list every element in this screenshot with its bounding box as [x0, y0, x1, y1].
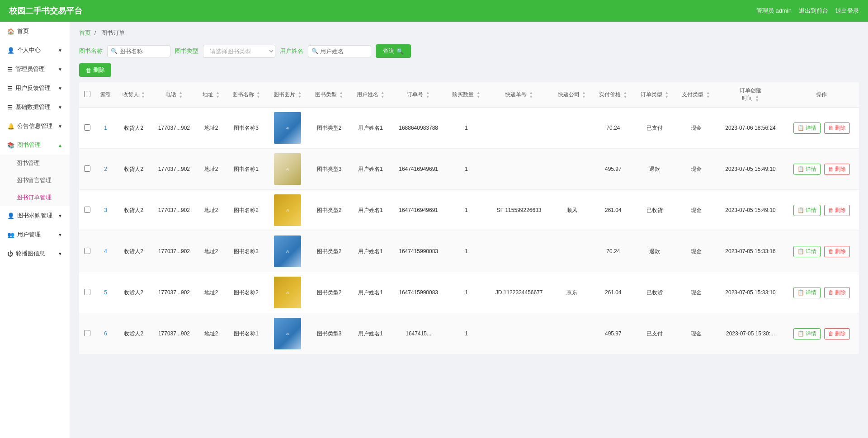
th-receiver: 收货人 ▲▼	[116, 82, 151, 108]
detail-button-1[interactable]: 📋 详情	[793, 164, 821, 175]
delete-button-1[interactable]: 🗑 删除	[824, 164, 850, 175]
btn-frontend[interactable]: 退出到前台	[799, 7, 828, 15]
th-username: 用户姓名 ▲▼	[350, 82, 392, 108]
cell-book-img: Ai	[267, 231, 309, 272]
cell-book-name: 图书名称2	[226, 190, 267, 231]
sidebar-item-admin-mgmt[interactable]: ☰ 管理员管理 ▼	[0, 60, 70, 79]
delete-button-2[interactable]: 🗑 删除	[824, 205, 850, 216]
sidebar-item-feedback[interactable]: ☰ 用户反馈管理 ▼	[0, 79, 70, 98]
sidebar-item-notice[interactable]: 🔔 公告信息管理 ▼	[0, 117, 70, 136]
row-checkbox-0[interactable]	[84, 124, 90, 131]
row-checkbox-4[interactable]	[84, 289, 90, 295]
table-row: 6 收货人2 177037...902 地址2 图书名称1 Ai 图书类型3 用…	[79, 313, 859, 354]
detail-button-5[interactable]: 📋 详情	[793, 328, 821, 339]
cell-order-no: 1647416949691	[391, 149, 445, 190]
btn-logout[interactable]: 退出登录	[835, 7, 859, 15]
index-link-5[interactable]: 6	[104, 330, 107, 337]
delete-button-5[interactable]: 🗑 删除	[824, 328, 850, 339]
index-link-2[interactable]: 3	[104, 207, 107, 213]
admin-icon: ☰	[7, 66, 13, 73]
index-link-1[interactable]: 2	[104, 166, 107, 172]
cell-checkbox[interactable]	[79, 272, 95, 313]
table-row: 4 收货人2 177037...902 地址2 图书名称3 Ai 图书类型2 用…	[79, 231, 859, 272]
cell-receiver: 收货人2	[116, 190, 151, 231]
book-mgmt-icon: 📚	[7, 142, 14, 149]
cell-express-co	[551, 231, 593, 272]
detail-button-3[interactable]: 📋 详情	[793, 246, 821, 257]
sidebar-item-feedback-label: 用户反馈管理	[15, 84, 51, 92]
cell-address: 地址2	[197, 231, 226, 272]
sidebar-item-book-purchase[interactable]: 👤 图书求购管理 ▼	[0, 206, 70, 225]
cell-checkbox[interactable]	[79, 231, 95, 272]
cell-express-co	[551, 313, 593, 354]
cell-address: 地址2	[197, 190, 226, 231]
filter-book-type-label: 图书类型	[175, 47, 198, 55]
table-body: 1 收货人2 177037...902 地址2 图书名称3 Ai 图书类型2 用…	[79, 108, 859, 354]
cell-pay-type: 现金	[675, 108, 717, 149]
row-checkbox-2[interactable]	[84, 207, 90, 213]
sidebar-item-user-mgmt[interactable]: 👥 用户管理 ▼	[0, 225, 70, 244]
cell-create-time: 2023-07-05 15:33:16	[717, 231, 784, 272]
th-order-no: 订单号 ▲▼	[391, 82, 445, 108]
batch-delete-button[interactable]: 🗑 删除	[79, 63, 111, 77]
cell-pay-type: 现金	[675, 313, 717, 354]
cell-action: 📋 详情 🗑 删除	[784, 108, 859, 149]
detail-icon: 📋	[797, 289, 804, 296]
cell-express-co	[551, 108, 593, 149]
search-button[interactable]: 查询 🔍	[376, 44, 411, 58]
cell-express-no	[487, 108, 551, 149]
filter-bar: 图书名称 🔍 图书类型 请选择图书类型 用户姓名 🔍 查询 🔍	[79, 44, 859, 58]
cell-pay-type: 现金	[675, 231, 717, 272]
cell-checkbox[interactable]	[79, 149, 95, 190]
index-link-4[interactable]: 5	[104, 289, 107, 296]
sidebar-item-personal[interactable]: 👤 个人中心 ▼	[0, 41, 70, 60]
delete-button-0[interactable]: 🗑 删除	[824, 122, 850, 134]
filter-username-label: 用户姓名	[280, 47, 303, 55]
sidebar-item-book-list[interactable]: 图书管理	[9, 155, 70, 172]
cell-qty: 1	[446, 272, 487, 313]
sidebar-item-book-mgmt[interactable]: 📚 图书管理 ▲	[0, 136, 70, 155]
cell-index: 3	[95, 190, 116, 231]
detail-button-2[interactable]: 📋 详情	[793, 205, 821, 216]
book-type-select[interactable]: 请选择图书类型	[203, 45, 275, 58]
cell-price: 70.24	[593, 231, 634, 272]
breadcrumb-home[interactable]: 首页	[79, 29, 91, 36]
sidebar-item-home[interactable]: 🏠 首页	[0, 22, 70, 41]
sidebar-item-book-mgmt-label: 图书管理	[17, 141, 41, 149]
row-checkbox-5[interactable]	[84, 330, 90, 336]
detail-icon: 📋	[797, 248, 804, 254]
table-header-row: 索引 收货人 ▲▼ 电话 ▲▼ 地址 ▲▼ 图书名称 ▲▼ 图书图片 ▲▼ 图书…	[79, 82, 859, 108]
cell-book-img: Ai	[267, 190, 309, 231]
cell-username: 用户姓名1	[350, 108, 392, 149]
cell-checkbox[interactable]	[79, 313, 95, 354]
sidebar-item-book-list-label: 图书管理	[16, 159, 40, 167]
sidebar-item-basic-data[interactable]: ☰ 基础数据管理 ▼	[0, 98, 70, 117]
sidebar-item-carousel[interactable]: ⏻ 轮播图信息 ▼	[0, 244, 70, 263]
detail-button-4[interactable]: 📋 详情	[793, 287, 821, 298]
cell-phone: 177037...902	[151, 149, 197, 190]
breadcrumb-current: 图书订单	[101, 29, 125, 36]
cell-receiver: 收货人2	[116, 231, 151, 272]
header-right: 管理员 admin 退出到前台 退出登录	[756, 7, 859, 15]
detail-button-0[interactable]: 📋 详情	[793, 122, 821, 134]
row-checkbox-1[interactable]	[84, 165, 90, 172]
sidebar-item-book-order[interactable]: 图书订单管理	[9, 189, 70, 206]
index-link-3[interactable]: 4	[104, 248, 107, 254]
cell-checkbox[interactable]	[79, 108, 95, 149]
header: 校园二手书交易平台 管理员 admin 退出到前台 退出登录	[0, 0, 868, 22]
cell-address: 地址2	[197, 313, 226, 354]
th-price: 实付价格 ▲▼	[593, 82, 634, 108]
th-qty: 购买数量 ▲▼	[446, 82, 487, 108]
delete-button-4[interactable]: 🗑 删除	[824, 287, 850, 298]
select-all-checkbox[interactable]	[84, 91, 90, 97]
delete-button-3[interactable]: 🗑 删除	[824, 246, 850, 257]
sidebar-item-book-store[interactable]: 图书留言管理	[9, 172, 70, 189]
book-cover-text: Ai	[286, 126, 289, 130]
cell-checkbox[interactable]	[79, 190, 95, 231]
cell-address: 地址2	[197, 149, 226, 190]
row-checkbox-3[interactable]	[84, 248, 90, 254]
cell-price: 495.97	[593, 149, 634, 190]
index-link-0[interactable]: 1	[104, 125, 107, 131]
cell-order-no: 1647416949691	[391, 190, 445, 231]
cell-index: 6	[95, 313, 116, 354]
